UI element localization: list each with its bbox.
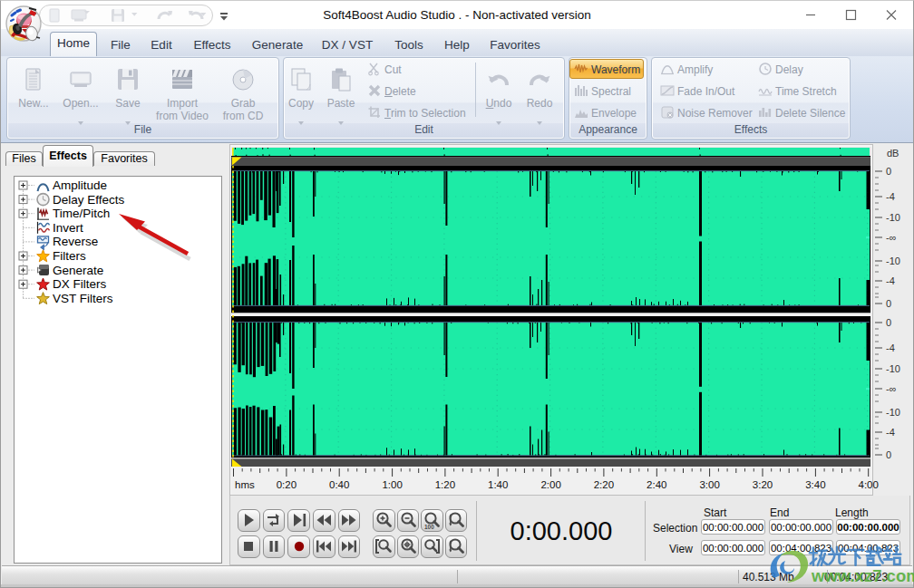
svg-text:100: 100 xyxy=(424,524,434,530)
svg-text:0:20: 0:20 xyxy=(277,479,297,490)
svg-text:3:00: 3:00 xyxy=(699,479,719,490)
svg-text:-10: -10 xyxy=(886,212,900,223)
svg-text:0: 0 xyxy=(886,298,891,309)
svg-text:VST Filters: VST Filters xyxy=(53,292,113,305)
svg-text:Invert: Invert xyxy=(53,221,83,235)
svg-text:Time/Pitch: Time/Pitch xyxy=(53,207,110,220)
svg-text:-4: -4 xyxy=(886,427,895,438)
svg-text:0: 0 xyxy=(886,166,891,177)
svg-text:Reverse: Reverse xyxy=(53,235,98,248)
svg-text:3:40: 3:40 xyxy=(805,479,825,490)
svg-text:-∞: -∞ xyxy=(886,232,897,243)
svg-text:0: 0 xyxy=(886,317,891,328)
svg-text:www.xz7.com: www.xz7.com xyxy=(811,566,914,585)
svg-text:Filters: Filters xyxy=(53,249,86,263)
svg-text:3:20: 3:20 xyxy=(753,479,773,490)
svg-text:Delay Effects: Delay Effects xyxy=(53,193,125,207)
svg-text:-4: -4 xyxy=(886,275,895,286)
svg-text:1:40: 1:40 xyxy=(488,479,508,490)
svg-text:dB: dB xyxy=(887,148,899,159)
svg-text:DX Filters: DX Filters xyxy=(53,277,107,291)
svg-text:-4: -4 xyxy=(886,342,895,353)
svg-text:-∞: -∞ xyxy=(886,383,897,394)
svg-text:0: 0 xyxy=(886,449,891,460)
svg-text:-10: -10 xyxy=(886,363,900,374)
svg-text:-4: -4 xyxy=(886,191,895,202)
svg-text:Generate: Generate xyxy=(53,264,103,277)
svg-text:1:20: 1:20 xyxy=(435,479,455,490)
svg-text:Amplitude: Amplitude xyxy=(53,178,107,192)
svg-text:hms: hms xyxy=(235,479,255,490)
svg-text:2:40: 2:40 xyxy=(647,479,666,490)
svg-text:0:40: 0:40 xyxy=(329,479,349,490)
svg-text:-10: -10 xyxy=(886,407,900,418)
svg-text:1:00: 1:00 xyxy=(382,479,402,490)
svg-text:4:00: 4:00 xyxy=(859,479,879,490)
svg-text:2:00: 2:00 xyxy=(540,479,560,490)
svg-text:2:20: 2:20 xyxy=(594,479,614,490)
svg-text:-10: -10 xyxy=(886,255,900,266)
